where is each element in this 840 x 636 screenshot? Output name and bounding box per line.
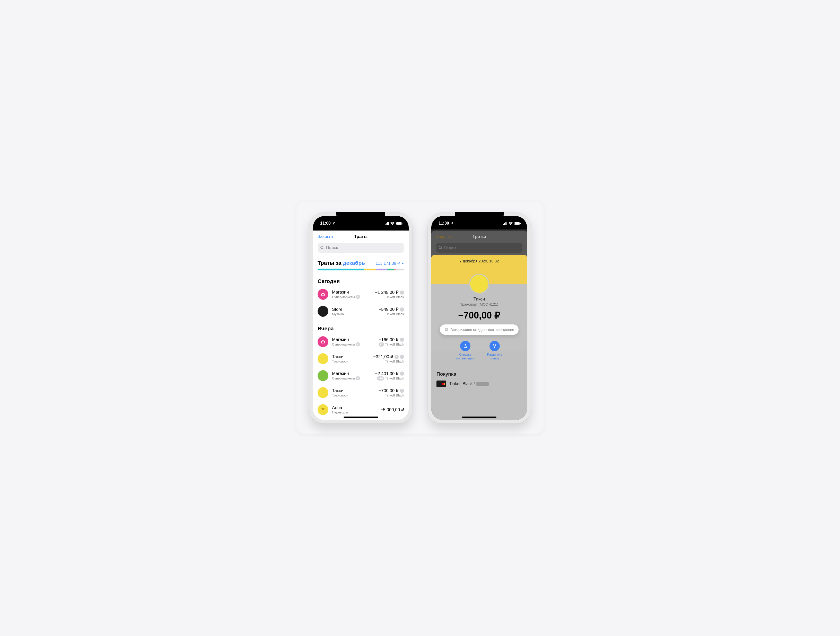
merchant-category: Транспорт (MCC 4121) (436, 302, 522, 306)
pending-icon (395, 355, 399, 359)
category-icon (317, 387, 328, 398)
transaction-title: Store (332, 307, 375, 312)
pending-icon (400, 389, 404, 393)
bonus-badge: +24 (377, 376, 384, 380)
transaction-title: Магазин (332, 290, 371, 295)
transaction-subtitle: Транспорт (332, 393, 375, 397)
transaction-card: +24Tinkoff Black (375, 376, 404, 380)
transaction-card: Tinkoff Black (375, 295, 404, 299)
progress-segment (317, 268, 364, 270)
transaction-amount: −166,00 ₽ (379, 337, 404, 342)
contactless-icon (356, 295, 360, 299)
progress-segment (364, 268, 376, 270)
search-icon (320, 246, 324, 250)
pending-icon (400, 371, 404, 376)
detail-amount: −700,00 ₽ (436, 310, 522, 321)
transaction-amount: −700,00 ₽ (379, 388, 404, 393)
page-title: Траты (354, 234, 368, 239)
detail-date: 7 декабря 2020, 18:02 (431, 259, 527, 263)
transaction-card: +1Tinkoff Black (379, 342, 404, 347)
nav-bar: Закрыть Траты (313, 230, 409, 243)
transaction-subtitle: Переводы (332, 410, 377, 414)
transaction-subtitle: Транспорт (332, 360, 369, 363)
split-action[interactable]: Разделить оплату (487, 341, 502, 360)
spending-breakdown-bar[interactable] (317, 268, 404, 270)
location-icon (450, 221, 454, 225)
transaction-subtitle: Музыка (332, 312, 375, 316)
transaction-title: Такси (332, 354, 369, 360)
svg-rect-2 (402, 223, 403, 224)
phone-mockup-right: 11:00 (428, 213, 531, 423)
pending-icon (400, 308, 404, 312)
close-button[interactable]: Закрыть (317, 234, 334, 239)
basket-icon (317, 336, 328, 347)
svg-point-22 (493, 344, 494, 345)
transaction-amount: −549,00 ₽ (379, 307, 404, 312)
merchant-name: Такси (436, 297, 522, 302)
transaction-amount: −2 401,00 ₽ (375, 371, 404, 376)
search-placeholder: Поиск (326, 245, 338, 250)
svg-rect-21 (464, 346, 467, 347)
transaction-row[interactable]: StoreМузыка−549,00 ₽Tinkoff Black (317, 303, 404, 320)
progress-segment (394, 268, 396, 270)
transaction-title: Магазин (332, 371, 371, 376)
svg-point-23 (496, 344, 496, 345)
contactless-icon (356, 376, 360, 380)
search-input[interactable]: Поиск (317, 243, 404, 253)
section-header: Сегодня (317, 273, 404, 286)
svg-point-3 (321, 246, 323, 249)
status-time: 11:00 (320, 221, 331, 226)
pending-icon (400, 338, 404, 342)
transaction-card: Tinkoff Black (379, 312, 404, 316)
transaction-row[interactable]: ТаксиТранспорт−700,00 ₽Tinkoff Black (317, 384, 404, 401)
svg-rect-17 (520, 223, 521, 224)
close-button-dimmed: Закрыть (436, 234, 453, 239)
svg-rect-1 (396, 222, 401, 225)
transaction-amount: −321,00 ₽ (373, 354, 404, 360)
nav-bar-dimmed: Закрыть Траты (431, 230, 527, 243)
progress-segment (376, 268, 387, 270)
pending-icon (400, 290, 404, 295)
transaction-amount: −1 245,00 ₽ (375, 290, 404, 295)
phone-mockup-left: 11:00 Закрыть (309, 213, 412, 423)
transaction-subtitle: Супермаркеты (332, 376, 371, 380)
category-icon (317, 404, 328, 415)
transaction-title: Магазин (332, 337, 375, 342)
transaction-amount: −5 000,00 ₽ (381, 407, 404, 412)
transaction-row[interactable]: МагазинСупермаркеты−166,00 ₽+1Tinkoff Bl… (317, 333, 404, 350)
summary-title: Траты за декабрь (317, 260, 365, 266)
auth-status-chip: Авторизация ожидает подтверждения (440, 324, 519, 335)
wifi-icon (508, 222, 513, 225)
contactless-icon (356, 342, 360, 346)
payment-card-row[interactable]: Tinkoff Black * (436, 380, 522, 387)
location-icon (332, 221, 335, 225)
transaction-card: Tinkoff Black (373, 360, 404, 363)
transaction-row[interactable]: АннаПереводы−5 000,00 ₽ (317, 401, 404, 418)
progress-segment (387, 268, 394, 270)
transaction-row[interactable]: МагазинСупермаркеты−1 245,00 ₽Tinkoff Bl… (317, 286, 404, 303)
chevron-down-icon (401, 263, 404, 264)
summary-month[interactable]: декабрь (343, 260, 365, 266)
home-indicator[interactable] (462, 417, 496, 418)
battery-icon (396, 222, 403, 225)
receipt-action[interactable]: Справка по операции (456, 341, 474, 360)
transaction-row[interactable]: ТаксиТранспорт−321,00 ₽Tinkoff Black (317, 350, 404, 367)
pending-icon (400, 355, 404, 359)
search-input-dimmed: Поиск (436, 243, 523, 253)
progress-segment (396, 268, 404, 270)
status-time: 11:00 (439, 221, 449, 226)
redacted-card-number (476, 382, 489, 386)
transaction-title: Анна (332, 405, 377, 410)
home-indicator[interactable] (344, 417, 378, 418)
search-icon (439, 246, 443, 250)
battery-icon (514, 222, 521, 225)
merchant-avatar (469, 274, 489, 294)
transaction-row[interactable]: МагазинСупермаркеты−2 401,00 ₽+24Tinkoff… (317, 367, 404, 384)
clock-icon (444, 328, 448, 331)
card-icon (436, 380, 446, 387)
summary-total-dropdown[interactable]: 113 171,39 ₽ (376, 261, 404, 266)
basket-icon (317, 289, 328, 300)
purchase-section-title: Покупка (436, 371, 522, 377)
wifi-icon (390, 222, 395, 225)
transaction-title: Такси (332, 388, 375, 393)
